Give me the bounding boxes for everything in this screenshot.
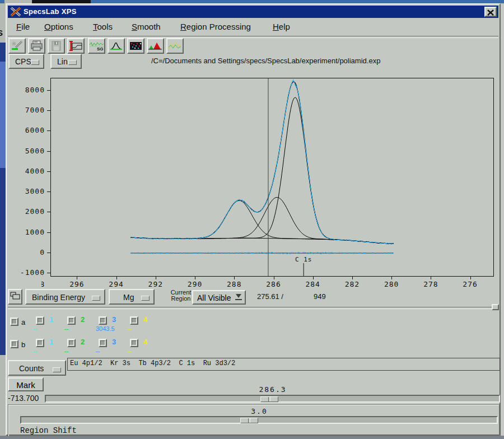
new-experiment-button[interactable] bbox=[8, 38, 26, 54]
periodic-table-button[interactable] bbox=[127, 38, 144, 54]
mark-button[interactable]: Mark bbox=[8, 377, 44, 391]
spectrum-chart: C 1s bbox=[51, 78, 493, 276]
trace-b-slot-1-checkbox[interactable] bbox=[36, 339, 44, 347]
dropdown-arrow[interactable] bbox=[234, 292, 244, 302]
title-bar[interactable]: SpecsLab XPS bbox=[8, 6, 498, 18]
axis-mode-label: Binding Energy bbox=[32, 293, 85, 302]
option-indicator bbox=[31, 60, 39, 65]
x-tick-mark bbox=[116, 276, 117, 279]
menu-item-file[interactable]: File bbox=[16, 22, 30, 31]
save-button[interactable] bbox=[48, 38, 65, 54]
x-tick-label: 276 bbox=[459, 280, 482, 288]
x-tick-label: 298 bbox=[41, 280, 49, 288]
spectrum-plot[interactable]: C 1s bbox=[50, 78, 494, 277]
x-tick-mark bbox=[195, 276, 195, 279]
scale-dropdown-label: Lin bbox=[57, 57, 68, 66]
trace-b-slot-3-checkbox[interactable] bbox=[99, 339, 107, 347]
x-tick-label: 296 bbox=[66, 280, 88, 288]
trace-row-label: a bbox=[21, 318, 25, 326]
y-tick-label: 4000 bbox=[15, 167, 45, 175]
pane-divider-grip[interactable] bbox=[492, 304, 499, 310]
slot-value: -- bbox=[96, 348, 127, 354]
region-shift-trough[interactable] bbox=[20, 416, 498, 424]
slot-number: 4 bbox=[143, 315, 147, 324]
shift-slider-min-label: -713.700 bbox=[8, 394, 39, 403]
y-tick-mark bbox=[47, 212, 50, 212]
x-tick-mark bbox=[431, 276, 431, 279]
slot-value: -- bbox=[33, 348, 64, 354]
fit-component-3 bbox=[130, 97, 393, 244]
chevron-underline bbox=[235, 299, 242, 300]
chevron-down-icon bbox=[236, 294, 241, 298]
option-indicator bbox=[92, 296, 100, 301]
cursor-energy-readout: 275.61 / bbox=[257, 292, 283, 301]
slot-number: 3 bbox=[112, 315, 116, 324]
define-region-icon bbox=[68, 40, 83, 52]
smooth-sg-button[interactable]: SG bbox=[88, 38, 105, 54]
y-tick-label: 1000 bbox=[15, 228, 45, 236]
peak-fit-icon bbox=[109, 40, 124, 52]
x-tick-mark bbox=[234, 276, 235, 279]
units-dropdown[interactable]: CPS bbox=[8, 54, 44, 69]
overlay-spectra-button[interactable] bbox=[166, 38, 184, 54]
scale-dropdown[interactable]: Lin bbox=[50, 54, 82, 69]
background-window-edge bbox=[0, 355, 6, 436]
slot-value: -- bbox=[64, 325, 96, 332]
x-axis-labels: 298296294292290288286284282280278276 bbox=[41, 280, 497, 289]
identify-elements-button[interactable] bbox=[147, 38, 164, 54]
trace-a-slot-2-checkbox[interactable] bbox=[67, 316, 76, 325]
anode-dropdown[interactable]: Mg bbox=[109, 289, 155, 305]
slot-number: 3 bbox=[112, 338, 116, 346]
periodic-table-icon bbox=[128, 40, 143, 52]
print-icon bbox=[30, 40, 44, 52]
menu-item-help[interactable]: Help bbox=[273, 22, 290, 31]
menu-item-region-processing[interactable]: Region Processing bbox=[180, 22, 251, 31]
trace-a-slot-3-checkbox[interactable] bbox=[99, 316, 107, 325]
define-region-button[interactable] bbox=[67, 38, 85, 54]
y-tick-mark bbox=[47, 192, 50, 192]
print-button[interactable] bbox=[28, 38, 45, 54]
trace-b-slot-2-checkbox[interactable] bbox=[67, 339, 76, 347]
x-tick-mark bbox=[156, 276, 156, 279]
new-experiment-icon bbox=[10, 40, 24, 52]
close-icon bbox=[487, 10, 494, 16]
slot-value: -- bbox=[33, 325, 64, 332]
y-tick-label: 5000 bbox=[15, 147, 45, 155]
axis-mode-dropdown[interactable]: Binding Energy bbox=[25, 289, 105, 305]
visible-filter-dropdown[interactable]: All Visible bbox=[192, 290, 246, 305]
shift-slider-trough[interactable] bbox=[45, 395, 500, 403]
y-tick-mark bbox=[47, 90, 50, 91]
cursor-counts-readout: 949 bbox=[314, 292, 326, 301]
menu-item-tools[interactable]: Tools bbox=[93, 22, 113, 31]
peak-fit-button[interactable] bbox=[108, 38, 125, 54]
trace-a-slot-1-checkbox[interactable] bbox=[36, 316, 44, 325]
slot-value: 3043.5 bbox=[96, 325, 127, 332]
counts-mode-dropdown[interactable]: Counts bbox=[8, 360, 66, 376]
x-tick-mark bbox=[77, 276, 77, 279]
overlay-toggle-button[interactable] bbox=[8, 289, 22, 305]
menu-item-options[interactable]: Options bbox=[44, 22, 73, 31]
menu-item-smooth[interactable]: Smooth bbox=[132, 22, 161, 31]
y-tick-mark bbox=[47, 171, 50, 172]
fit-envelope bbox=[130, 82, 393, 244]
slot-number: 2 bbox=[81, 338, 85, 346]
fit-component-2 bbox=[130, 198, 393, 244]
close-button[interactable] bbox=[484, 7, 497, 17]
measured-spectrum bbox=[130, 80, 393, 244]
shift-slider-thumb[interactable] bbox=[260, 396, 278, 402]
trace-b-checkbox[interactable] bbox=[10, 340, 18, 348]
trace-a-slot-4-checkbox[interactable] bbox=[130, 316, 138, 325]
peak-labels-box: Eu 4p1/2 Kr 3s Tb 4p3/2 C 1s Ru 3d3/2 bbox=[67, 358, 500, 371]
svg-text:SG: SG bbox=[97, 46, 104, 52]
region-shift-thumb[interactable] bbox=[240, 418, 258, 423]
trace-b-slot-4-checkbox[interactable] bbox=[130, 339, 138, 347]
trace-a-checkbox[interactable] bbox=[10, 317, 18, 326]
counts-mode-label: Counts bbox=[19, 364, 44, 373]
slot-number: 2 bbox=[81, 315, 85, 324]
y-tick-label: 3000 bbox=[15, 187, 45, 195]
option-indicator bbox=[68, 60, 77, 65]
x-tick-label: 288 bbox=[223, 280, 245, 288]
peak-marker-label: C 1s bbox=[295, 256, 312, 263]
y-tick-mark bbox=[47, 273, 50, 273]
region-shift-value: 3.0 bbox=[242, 407, 276, 415]
